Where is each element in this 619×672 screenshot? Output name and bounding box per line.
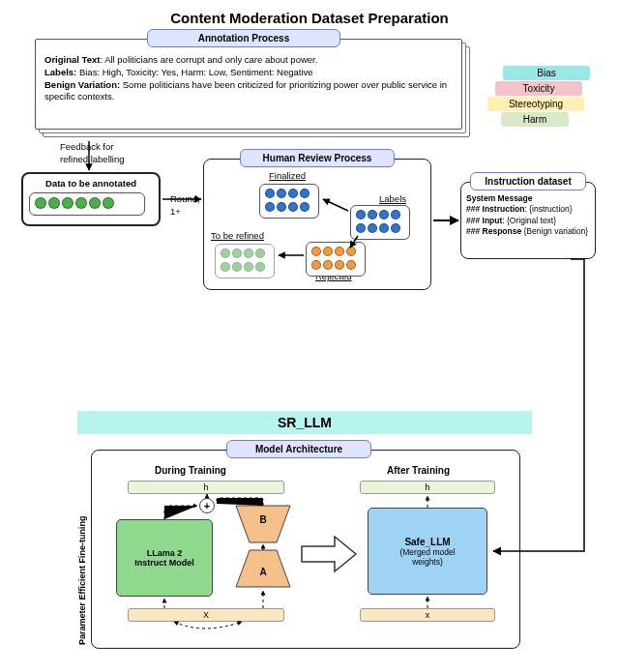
outer-connector bbox=[0, 0, 619, 672]
